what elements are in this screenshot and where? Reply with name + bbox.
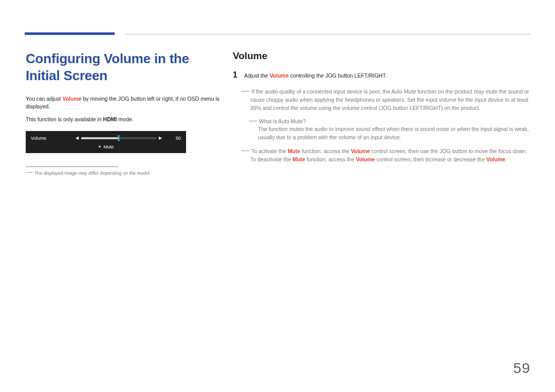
mute-activate-note: To activate the Mute function, access th… <box>235 147 531 164</box>
dash-icon <box>241 91 249 91</box>
osd-mute-row: ▼Mute <box>31 144 181 150</box>
hdmi-note: This function is only available in HDMI … <box>26 116 221 123</box>
step-body: Adjust the Volume controlling the JOG bu… <box>244 71 531 80</box>
mute-keyword: Mute <box>292 156 305 162</box>
step-1: 1 Adjust the Volume controlling the JOG … <box>233 71 531 80</box>
osd-volume-value: 50 <box>164 136 181 141</box>
triangle-down-icon: ▼ <box>98 145 102 148</box>
osd-volume-handle <box>118 135 120 141</box>
triangle-left-icon: ◀ <box>73 136 81 140</box>
volume-keyword: Volume <box>62 96 81 102</box>
manual-page: Configuring Volume in the Initial Screen… <box>0 0 555 392</box>
dash-icon <box>26 172 33 173</box>
subsection-title: Volume <box>233 50 531 62</box>
step-number: 1 <box>233 71 244 80</box>
triangle-right-icon: ▶ <box>156 136 164 140</box>
right-column: Volume 1 Adjust the Volume controlling t… <box>233 50 531 169</box>
page-number: 59 <box>513 360 530 377</box>
volume-keyword: Volume <box>356 156 375 162</box>
volume-keyword: Volume <box>270 72 289 79</box>
footnote-rule <box>26 166 118 167</box>
osd-volume-panel: Volume ◀ ▶ 50 ▼Mute <box>26 131 186 153</box>
auto-mute-note: If the audio quality of a connected inpu… <box>235 87 531 113</box>
intro-paragraph: You can adjust Volume by moving the JOG … <box>26 95 221 110</box>
left-column: Configuring Volume in the Initial Screen… <box>26 50 221 176</box>
horizontal-rule <box>125 34 530 34</box>
dash-icon <box>249 121 257 121</box>
osd-volume-label: Volume <box>31 136 73 141</box>
section-accent-bar <box>25 32 115 35</box>
volume-keyword: Volume <box>351 148 370 154</box>
osd-mute-label: Mute <box>103 144 114 150</box>
volume-keyword: Volume <box>486 156 505 162</box>
mute-keyword: Mute <box>288 148 301 154</box>
hdmi-keyword: HDMI <box>103 116 117 122</box>
osd-volume-fill <box>81 137 119 139</box>
what-is-auto-mute: What is Auto Mute? The function mutes th… <box>233 118 531 142</box>
section-title: Configuring Volume in the Initial Screen <box>26 50 221 84</box>
osd-volume-track <box>81 137 156 139</box>
dash-icon <box>241 151 249 151</box>
osd-volume-row: Volume ◀ ▶ 50 <box>31 135 181 142</box>
image-disclaimer-footnote: The displayed image may differ depending… <box>26 171 221 176</box>
